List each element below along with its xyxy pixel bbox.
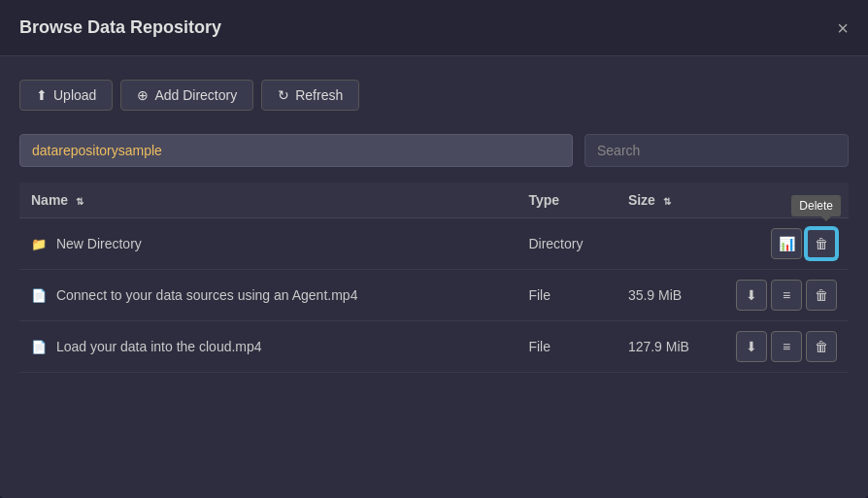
modal-header: Browse Data Repository ×	[0, 0, 868, 56]
info-button[interactable]: ≡	[771, 331, 802, 362]
cell-actions: 📊 Delete 🗑	[716, 218, 849, 270]
delete-button[interactable]: 🗑	[806, 228, 837, 259]
cell-name: 📄 Connect to your data sources using an …	[19, 270, 517, 321]
cell-name: 📁 New Directory	[19, 218, 517, 270]
add-directory-label: Add Directory	[154, 87, 237, 103]
download-button[interactable]: ⬇	[736, 331, 767, 362]
delete-button[interactable]: 🗑	[806, 331, 837, 362]
table-row: 📄 Load your data into the cloud.mp4 File…	[19, 321, 849, 373]
file-icon: 📄	[31, 288, 47, 303]
cell-type: Directory	[517, 218, 616, 270]
delete-icon: 🗑	[815, 287, 828, 303]
delete-icon: 🗑	[815, 236, 828, 251]
cell-name: 📄 Load your data into the cloud.mp4	[19, 321, 517, 373]
upload-label: Upload	[53, 87, 96, 103]
delete-icon: 🗑	[815, 339, 828, 354]
refresh-button[interactable]: ↻ Refresh	[261, 80, 359, 111]
download-button[interactable]: ⬇	[736, 280, 767, 311]
cell-size: 127.9 MiB	[617, 321, 716, 373]
header-size: Size ⇅	[617, 183, 716, 218]
info-icon: ≡	[783, 339, 790, 354]
cell-size	[617, 218, 716, 270]
close-button[interactable]: ×	[837, 18, 849, 38]
toolbar: ⬆ Upload ⊕ Add Directory ↻ Refresh	[19, 80, 849, 111]
file-name: Connect to your data sources using an Ag…	[56, 287, 358, 303]
add-directory-icon: ⊕	[137, 87, 149, 103]
action-buttons: 📊 Delete 🗑	[727, 228, 837, 259]
size-sort-icon: ⇅	[663, 196, 671, 207]
info-icon: ≡	[783, 287, 790, 303]
header-type: Type	[517, 183, 616, 218]
path-input[interactable]	[19, 134, 573, 167]
folder-icon: 📁	[31, 237, 47, 251]
modal: Browse Data Repository × ⬆ Upload ⊕ Add …	[0, 0, 868, 498]
refresh-label: Refresh	[295, 87, 343, 103]
search-input[interactable]	[584, 134, 849, 167]
file-name: New Directory	[56, 236, 142, 251]
search-bar	[19, 134, 849, 167]
header-actions	[716, 183, 849, 218]
download-icon: ⬇	[746, 339, 757, 354]
file-icon: 📄	[31, 340, 47, 354]
table-header-row: Name ⇅ Type Size ⇅	[19, 183, 849, 218]
cell-actions: ⬇ ≡ 🗑	[716, 270, 849, 321]
table-row: 📄 Connect to your data sources using an …	[19, 270, 849, 321]
file-name: Load your data into the cloud.mp4	[56, 339, 262, 354]
file-table: Name ⇅ Type Size ⇅ 📁 New Directory	[19, 183, 849, 373]
cell-actions: ⬇ ≡ 🗑	[716, 321, 849, 373]
delete-btn-wrapper: Delete 🗑	[806, 228, 837, 259]
name-sort-icon: ⇅	[76, 196, 83, 207]
download-icon: ⬇	[746, 287, 757, 303]
action-buttons: ⬇ ≡ 🗑	[727, 280, 837, 311]
header-name: Name ⇅	[19, 183, 517, 218]
modal-title: Browse Data Repository	[19, 17, 221, 38]
cell-type: File	[517, 321, 616, 373]
refresh-icon: ↻	[278, 87, 289, 103]
add-directory-button[interactable]: ⊕ Add Directory	[120, 80, 253, 111]
upload-icon: ⬆	[36, 87, 48, 103]
chart-icon: 📊	[779, 236, 795, 251]
delete-button[interactable]: 🗑	[806, 280, 837, 311]
action-buttons: ⬇ ≡ 🗑	[727, 331, 837, 362]
chart-button[interactable]: 📊	[771, 228, 802, 259]
cell-type: File	[517, 270, 616, 321]
info-button[interactable]: ≡	[771, 280, 802, 311]
upload-button[interactable]: ⬆ Upload	[19, 80, 113, 111]
table-row: 📁 New Directory Directory 📊 Delete 🗑	[19, 218, 849, 270]
modal-body: ⬆ Upload ⊕ Add Directory ↻ Refresh Name	[0, 56, 868, 396]
cell-size: 35.9 MiB	[617, 270, 716, 321]
